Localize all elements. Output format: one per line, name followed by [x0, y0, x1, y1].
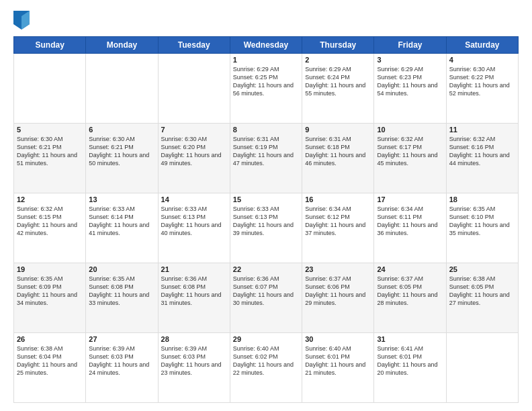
- day-info: Sunrise: 6:36 AM Sunset: 6:08 PM Dayligh…: [161, 275, 227, 308]
- day-number: 9: [305, 126, 371, 134]
- calendar-cell: [14, 54, 86, 124]
- day-info: Sunrise: 6:30 AM Sunset: 6:21 PM Dayligh…: [17, 135, 83, 168]
- day-info: Sunrise: 6:34 AM Sunset: 6:11 PM Dayligh…: [377, 205, 443, 238]
- calendar-cell: [158, 54, 230, 124]
- calendar-cell: 31Sunrise: 6:41 AM Sunset: 6:01 PM Dayli…: [374, 333, 446, 403]
- calendar-cell: 11Sunrise: 6:32 AM Sunset: 6:16 PM Dayli…: [446, 124, 518, 193]
- day-info: Sunrise: 6:39 AM Sunset: 6:03 PM Dayligh…: [161, 345, 227, 377]
- day-info: Sunrise: 6:34 AM Sunset: 6:12 PM Dayligh…: [305, 205, 371, 238]
- day-number: 12: [17, 195, 83, 203]
- day-info: Sunrise: 6:35 AM Sunset: 6:08 PM Dayligh…: [89, 275, 154, 308]
- day-number: 29: [233, 335, 299, 343]
- calendar-table: SundayMondayTuesdayWednesdayThursdayFrid…: [13, 36, 519, 403]
- column-header-friday: Friday: [374, 37, 446, 54]
- day-info: Sunrise: 6:35 AM Sunset: 6:10 PM Dayligh…: [449, 205, 515, 238]
- day-info: Sunrise: 6:37 AM Sunset: 6:06 PM Dayligh…: [305, 275, 371, 308]
- column-header-monday: Monday: [86, 37, 158, 54]
- calendar-cell: 5Sunrise: 6:30 AM Sunset: 6:21 PM Daylig…: [14, 124, 86, 193]
- day-number: 18: [449, 195, 515, 203]
- calendar-cell: 8Sunrise: 6:31 AM Sunset: 6:19 PM Daylig…: [230, 124, 302, 193]
- calendar-week-5: 26Sunrise: 6:38 AM Sunset: 6:04 PM Dayli…: [14, 333, 519, 403]
- calendar-cell: 18Sunrise: 6:35 AM Sunset: 6:10 PM Dayli…: [446, 193, 518, 263]
- day-number: 27: [89, 335, 154, 343]
- day-info: Sunrise: 6:36 AM Sunset: 6:07 PM Dayligh…: [233, 275, 299, 308]
- day-info: Sunrise: 6:35 AM Sunset: 6:09 PM Dayligh…: [17, 275, 83, 308]
- calendar-cell: 15Sunrise: 6:33 AM Sunset: 6:13 PM Dayli…: [230, 193, 302, 263]
- calendar-week-2: 5Sunrise: 6:30 AM Sunset: 6:21 PM Daylig…: [14, 124, 519, 193]
- calendar-week-3: 12Sunrise: 6:32 AM Sunset: 6:15 PM Dayli…: [14, 193, 519, 263]
- column-header-thursday: Thursday: [302, 37, 374, 54]
- day-number: 26: [17, 335, 83, 343]
- day-number: 28: [161, 335, 227, 343]
- day-number: 4: [449, 56, 515, 64]
- column-header-sunday: Sunday: [14, 37, 86, 54]
- day-number: 20: [89, 265, 154, 273]
- calendar-cell: 27Sunrise: 6:39 AM Sunset: 6:03 PM Dayli…: [86, 333, 158, 403]
- day-info: Sunrise: 6:29 AM Sunset: 6:24 PM Dayligh…: [305, 65, 371, 98]
- day-number: 1: [233, 56, 299, 64]
- logo: [13, 11, 31, 30]
- day-number: 10: [377, 126, 443, 134]
- calendar-cell: 19Sunrise: 6:35 AM Sunset: 6:09 PM Dayli…: [14, 263, 86, 333]
- calendar-cell: 1Sunrise: 6:29 AM Sunset: 6:25 PM Daylig…: [230, 54, 302, 124]
- day-info: Sunrise: 6:30 AM Sunset: 6:21 PM Dayligh…: [89, 135, 154, 168]
- calendar-cell: 10Sunrise: 6:32 AM Sunset: 6:17 PM Dayli…: [374, 124, 446, 193]
- day-info: Sunrise: 6:30 AM Sunset: 6:22 PM Dayligh…: [449, 65, 515, 98]
- calendar-cell: 9Sunrise: 6:31 AM Sunset: 6:18 PM Daylig…: [302, 124, 374, 193]
- calendar-cell: 22Sunrise: 6:36 AM Sunset: 6:07 PM Dayli…: [230, 263, 302, 333]
- day-number: 16: [305, 195, 371, 203]
- day-info: Sunrise: 6:33 AM Sunset: 6:13 PM Dayligh…: [161, 205, 227, 238]
- day-number: 15: [233, 195, 299, 203]
- day-info: Sunrise: 6:38 AM Sunset: 6:04 PM Dayligh…: [17, 345, 83, 377]
- calendar-cell: 14Sunrise: 6:33 AM Sunset: 6:13 PM Dayli…: [158, 193, 230, 263]
- day-info: Sunrise: 6:41 AM Sunset: 6:01 PM Dayligh…: [377, 345, 443, 377]
- day-number: 21: [161, 265, 227, 273]
- column-header-tuesday: Tuesday: [158, 37, 230, 54]
- calendar-cell: [446, 333, 518, 403]
- day-info: Sunrise: 6:39 AM Sunset: 6:03 PM Dayligh…: [89, 345, 154, 377]
- day-number: 6: [89, 126, 154, 134]
- calendar-cell: 12Sunrise: 6:32 AM Sunset: 6:15 PM Dayli…: [14, 193, 86, 263]
- day-info: Sunrise: 6:32 AM Sunset: 6:17 PM Dayligh…: [377, 135, 443, 168]
- day-info: Sunrise: 6:40 AM Sunset: 6:01 PM Dayligh…: [305, 345, 371, 377]
- calendar-cell: 4Sunrise: 6:30 AM Sunset: 6:22 PM Daylig…: [446, 54, 518, 124]
- page: SundayMondayTuesdayWednesdayThursdayFrid…: [0, 0, 532, 411]
- calendar-cell: 6Sunrise: 6:30 AM Sunset: 6:21 PM Daylig…: [86, 124, 158, 193]
- day-info: Sunrise: 6:29 AM Sunset: 6:25 PM Dayligh…: [233, 65, 299, 98]
- day-info: Sunrise: 6:29 AM Sunset: 6:23 PM Dayligh…: [377, 65, 443, 98]
- calendar-cell: 29Sunrise: 6:40 AM Sunset: 6:02 PM Dayli…: [230, 333, 302, 403]
- day-number: 3: [377, 56, 443, 64]
- day-number: 11: [449, 126, 515, 134]
- day-number: 5: [17, 126, 83, 134]
- day-info: Sunrise: 6:37 AM Sunset: 6:05 PM Dayligh…: [377, 275, 443, 308]
- calendar-cell: [86, 54, 158, 124]
- day-info: Sunrise: 6:33 AM Sunset: 6:14 PM Dayligh…: [89, 205, 154, 238]
- calendar-week-4: 19Sunrise: 6:35 AM Sunset: 6:09 PM Dayli…: [14, 263, 519, 333]
- calendar-cell: 17Sunrise: 6:34 AM Sunset: 6:11 PM Dayli…: [374, 193, 446, 263]
- calendar-cell: 21Sunrise: 6:36 AM Sunset: 6:08 PM Dayli…: [158, 263, 230, 333]
- day-number: 14: [161, 195, 227, 203]
- day-info: Sunrise: 6:40 AM Sunset: 6:02 PM Dayligh…: [233, 345, 299, 377]
- day-info: Sunrise: 6:32 AM Sunset: 6:15 PM Dayligh…: [17, 205, 83, 238]
- calendar-cell: 7Sunrise: 6:30 AM Sunset: 6:20 PM Daylig…: [158, 124, 230, 193]
- calendar-cell: 25Sunrise: 6:38 AM Sunset: 6:05 PM Dayli…: [446, 263, 518, 333]
- column-header-saturday: Saturday: [446, 37, 518, 54]
- day-number: 8: [233, 126, 299, 134]
- day-number: 13: [89, 195, 154, 203]
- calendar-cell: 30Sunrise: 6:40 AM Sunset: 6:01 PM Dayli…: [302, 333, 374, 403]
- day-number: 24: [377, 265, 443, 273]
- calendar-week-1: 1Sunrise: 6:29 AM Sunset: 6:25 PM Daylig…: [14, 54, 519, 124]
- logo-icon: [13, 11, 30, 30]
- calendar-cell: 28Sunrise: 6:39 AM Sunset: 6:03 PM Dayli…: [158, 333, 230, 403]
- calendar-cell: 26Sunrise: 6:38 AM Sunset: 6:04 PM Dayli…: [14, 333, 86, 403]
- calendar-cell: 13Sunrise: 6:33 AM Sunset: 6:14 PM Dayli…: [86, 193, 158, 263]
- calendar-cell: 16Sunrise: 6:34 AM Sunset: 6:12 PM Dayli…: [302, 193, 374, 263]
- day-info: Sunrise: 6:38 AM Sunset: 6:05 PM Dayligh…: [449, 275, 515, 308]
- column-header-wednesday: Wednesday: [230, 37, 302, 54]
- calendar-header-row: SundayMondayTuesdayWednesdayThursdayFrid…: [14, 37, 519, 54]
- calendar-cell: 3Sunrise: 6:29 AM Sunset: 6:23 PM Daylig…: [374, 54, 446, 124]
- day-info: Sunrise: 6:32 AM Sunset: 6:16 PM Dayligh…: [449, 135, 515, 168]
- day-number: 19: [17, 265, 83, 273]
- header: [13, 11, 519, 30]
- day-info: Sunrise: 6:31 AM Sunset: 6:18 PM Dayligh…: [305, 135, 371, 168]
